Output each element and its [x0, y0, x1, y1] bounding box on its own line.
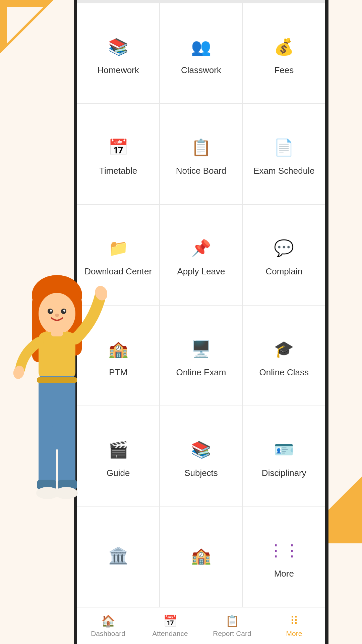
menu-label-applyleave: Apply Leave: [177, 266, 225, 277]
menu-grid: 📚Homework👥Classwork💰Fees📅Timetable📋Notic…: [77, 0, 325, 607]
menu-icon-fees: 💰: [270, 34, 297, 60]
menu-label-homework: Homework: [98, 65, 139, 75]
menu-item-homework[interactable]: 📚Homework: [77, 3, 159, 103]
svg-rect-15: [39, 426, 56, 486]
menu-label-disciplinary: Disciplinary: [262, 468, 306, 478]
menu-label-examschedule: Exam Schedule: [253, 166, 314, 176]
character-figure: [0, 248, 114, 550]
nav-label-dashboard: Dashboard: [91, 630, 125, 638]
menu-label-timetable: Timetable: [99, 166, 137, 176]
menu-icon-subjects: 📚: [188, 436, 215, 463]
menu-icon-examschedule: 📄: [270, 134, 297, 161]
nav-icon-more: ⠿: [290, 614, 298, 628]
menu-icon-onlineclass: 🎓: [270, 336, 297, 363]
menu-label-complain: Complain: [265, 266, 302, 277]
menu-label-subjects: Subjects: [184, 468, 218, 478]
menu-item-onlineclass[interactable]: 🎓Online Class: [243, 306, 325, 406]
menu-icon-noticeboard: 📋: [188, 134, 215, 161]
menu-item-timetable[interactable]: 📅Timetable: [77, 104, 159, 204]
menu-icon-classwork: 👥: [188, 34, 215, 60]
menu-icon-disciplinary: 🪪: [270, 436, 297, 463]
nav-icon-attendance: 📅: [163, 614, 177, 628]
menu-icon-row5b: 🏫: [188, 542, 215, 569]
svg-point-20: [55, 487, 78, 499]
bottom-navigation: 🏠Dashboard📅Attendance📋Report Card⠿More: [77, 607, 325, 644]
menu-icon-homework: 📚: [105, 34, 132, 60]
menu-label-fees: Fees: [274, 65, 294, 75]
nav-label-more: More: [286, 630, 302, 638]
svg-point-9: [55, 314, 59, 317]
nav-label-reportcard: Report Card: [213, 630, 251, 638]
svg-point-8: [63, 310, 65, 312]
svg-rect-11: [51, 328, 63, 336]
menu-item-row5b[interactable]: 🏫: [160, 507, 242, 607]
svg-point-7: [50, 310, 52, 312]
menu-item-applyleave[interactable]: 📌Apply Leave: [160, 205, 242, 305]
menu-item-more[interactable]: ⋮⋮More: [243, 507, 325, 607]
nav-icon-reportcard: 📋: [225, 614, 239, 628]
menu-icon-more: ⋮⋮: [270, 537, 297, 564]
nav-item-more[interactable]: ⠿More: [263, 607, 325, 644]
nav-label-attendance: Attendance: [152, 630, 188, 638]
menu-item-subjects[interactable]: 📚Subjects: [160, 406, 242, 506]
menu-icon-applyleave: 📌: [188, 235, 215, 262]
menu-item-onlineexam[interactable]: 🖥️Online Exam: [160, 306, 242, 406]
menu-item-disciplinary[interactable]: 🪪Disciplinary: [243, 406, 325, 506]
menu-item-complain[interactable]: 💬Complain: [243, 205, 325, 305]
svg-rect-21: [37, 377, 77, 383]
menu-icon-onlineexam: 🖥️: [188, 336, 215, 363]
menu-label-onlineexam: Online Exam: [176, 367, 226, 378]
menu-icon-timetable: 📅: [105, 134, 132, 161]
nav-item-reportcard[interactable]: 📋Report Card: [201, 607, 263, 644]
nav-icon-dashboard: 🏠: [101, 614, 115, 628]
nav-item-attendance[interactable]: 📅Attendance: [139, 607, 201, 644]
menu-label-noticeboard: Notice Board: [176, 166, 226, 176]
menu-item-examschedule[interactable]: 📄Exam Schedule: [243, 104, 325, 204]
menu-icon-complain: 💬: [270, 235, 297, 262]
menu-item-classwork[interactable]: 👥Classwork: [160, 3, 242, 103]
menu-item-fees[interactable]: 💰Fees: [243, 3, 325, 103]
menu-label-classwork: Classwork: [181, 65, 221, 75]
svg-rect-16: [58, 426, 75, 486]
nav-item-dashboard[interactable]: 🏠Dashboard: [77, 607, 139, 644]
menu-label-onlineclass: Online Class: [259, 367, 309, 378]
menu-item-noticeboard[interactable]: 📋Notice Board: [160, 104, 242, 204]
corner-decoration-top-left: [0, 0, 54, 54]
menu-label-more: More: [274, 569, 294, 579]
